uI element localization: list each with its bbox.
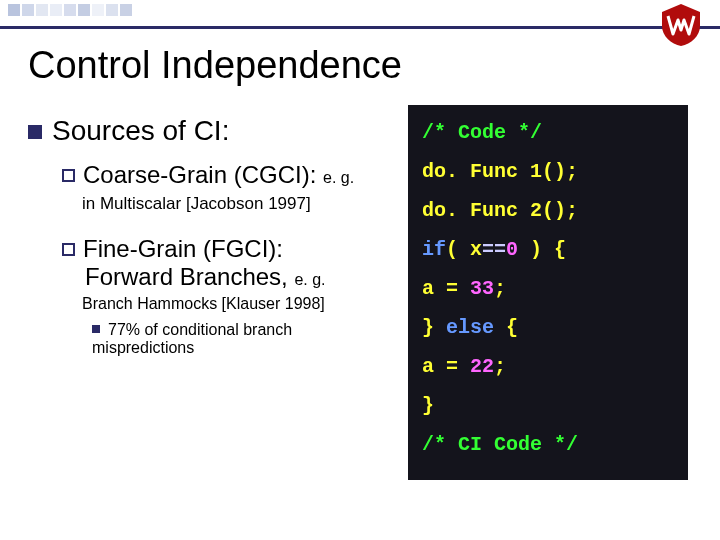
cgci-note: in Multiscalar [Jacobson 1997] — [82, 193, 398, 215]
hollow-bullet-icon — [62, 243, 75, 256]
sources-text: Sources of CI: — [52, 115, 229, 146]
cgci-label: Coarse-Grain (CGCI): — [83, 161, 316, 188]
code-line: do. Func 1(); — [422, 152, 674, 191]
code-line: } else { — [422, 308, 674, 347]
code-line: a = 33; — [422, 269, 674, 308]
hollow-bullet-icon — [62, 169, 75, 182]
wisconsin-logo — [654, 2, 708, 48]
code-line: do. Func 2(); — [422, 191, 674, 230]
code-comment: /* CI Code */ — [422, 433, 578, 456]
sources-heading: Sources of CI: — [28, 115, 398, 147]
code-line: a = 22; — [422, 347, 674, 386]
fgci-note: Branch Hammocks [Klauser 1998] — [82, 295, 398, 313]
fgci-line2: Forward Branches, — [85, 263, 288, 290]
small-bullet-icon — [92, 325, 100, 333]
fgci-suffix: e. g. — [294, 271, 325, 288]
decorative-squares — [0, 0, 160, 16]
code-line: } — [422, 386, 674, 425]
fine-grain-item: Fine-Grain (FGCI): Forward Branches, e. … — [62, 235, 398, 291]
divider — [0, 26, 720, 29]
stat-line: 77% of conditional branch mispredictions — [92, 321, 398, 357]
code-line: if( x==0 ) { — [422, 230, 674, 269]
code-block: /* Code */ do. Func 1(); do. Func 2(); i… — [408, 105, 688, 480]
fgci-label: Fine-Grain (FGCI): — [83, 235, 283, 262]
code-comment: /* Code */ — [422, 121, 542, 144]
bullet-icon — [28, 125, 42, 139]
slide-title: Control Independence — [28, 44, 710, 87]
cgci-suffix: e. g. — [323, 169, 354, 186]
top-decoration — [0, 0, 720, 26]
coarse-grain-item: Coarse-Grain (CGCI): e. g. — [62, 161, 398, 189]
stat-text: 77% of conditional branch mispredictions — [92, 321, 292, 356]
